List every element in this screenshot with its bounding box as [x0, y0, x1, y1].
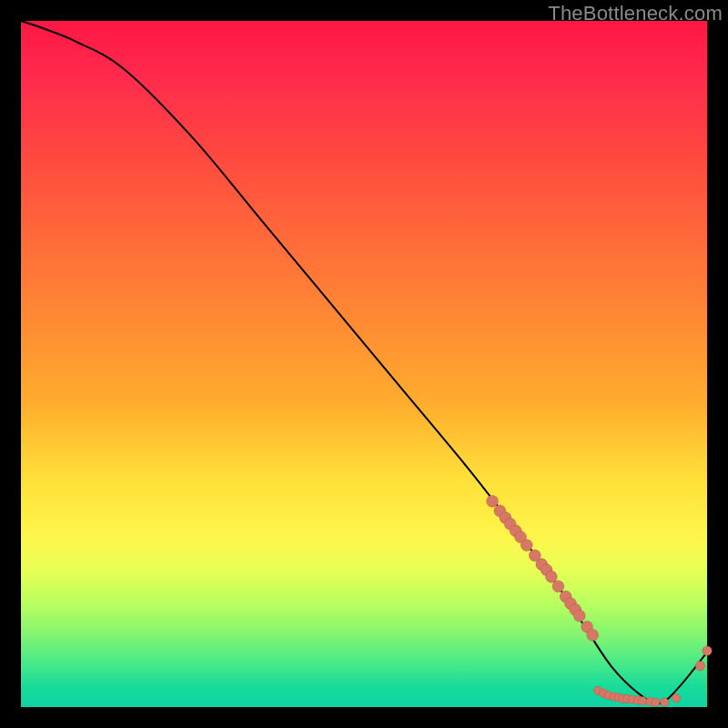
- data-markers: [487, 495, 713, 706]
- data-marker: [545, 571, 557, 582]
- data-marker: [587, 629, 599, 641]
- data-marker: [695, 662, 704, 671]
- chart-stage: TheBottleneck.com: [0, 0, 728, 728]
- data-marker: [552, 581, 564, 592]
- watermark-label: TheBottleneck.com: [548, 2, 723, 25]
- data-marker: [661, 698, 669, 706]
- chart-overlay: [21, 21, 707, 707]
- data-marker: [487, 495, 499, 507]
- data-marker: [652, 698, 660, 706]
- data-marker: [703, 646, 712, 655]
- bottleneck-curve: [21, 21, 707, 703]
- data-marker: [521, 540, 532, 551]
- data-marker: [639, 697, 647, 705]
- data-marker: [672, 694, 680, 703]
- data-marker: [573, 610, 585, 622]
